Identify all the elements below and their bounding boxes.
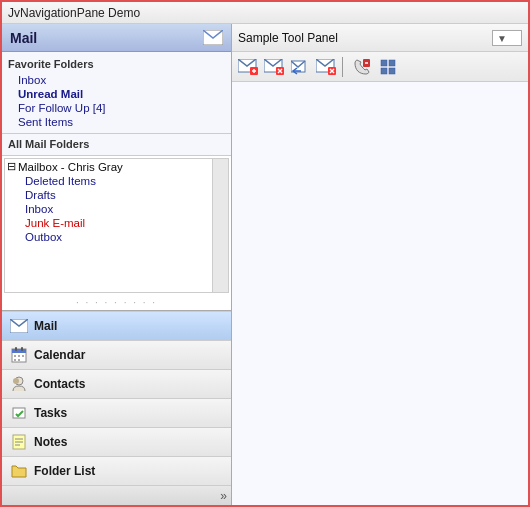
nav-btn-mail-label: Mail xyxy=(34,319,57,333)
nav-pane-title: Mail xyxy=(10,30,37,46)
tree-deleted-label: Deleted Items xyxy=(25,175,96,187)
expand-button[interactable]: » xyxy=(220,489,227,503)
fav-folder-sent[interactable]: Sent Items xyxy=(2,115,231,129)
favorites-label: Favorite Folders xyxy=(2,56,231,73)
nav-buttons: Mail xyxy=(2,310,231,485)
tb-btn-delete[interactable] xyxy=(262,56,286,78)
tb-btn-reply[interactable] xyxy=(288,56,312,78)
tree-inbox-label: Inbox xyxy=(25,203,53,215)
fav-folder-followup[interactable]: For Follow Up [4] xyxy=(2,101,231,115)
svg-rect-9 xyxy=(14,359,16,361)
tree-outbox-label: Outbox xyxy=(25,231,62,243)
tb-btn-newmail[interactable] xyxy=(236,56,260,78)
tree-outbox[interactable]: Outbox xyxy=(5,230,228,244)
tree-junk[interactable]: Junk E-mail xyxy=(5,216,228,230)
tb-btn-move[interactable] xyxy=(314,56,338,78)
fav-folder-unread-label: Unread Mail xyxy=(18,88,83,100)
toolbar-separator xyxy=(342,57,346,77)
nav-btn-calendar[interactable]: Calendar xyxy=(2,340,231,369)
svg-rect-5 xyxy=(21,347,23,351)
tree-inbox[interactable]: Inbox xyxy=(5,202,228,216)
nav-btn-folder-list-label: Folder List xyxy=(34,464,95,478)
main-area: Mail Favorite Folders Inbox Unread Mail xyxy=(2,24,528,505)
nav-btn-notes-label: Notes xyxy=(34,435,67,449)
nav-btn-notes[interactable]: Notes xyxy=(2,427,231,456)
tool-panel-title: Sample Tool Panel xyxy=(238,31,488,45)
svg-point-12 xyxy=(13,378,19,384)
nav-btn-tasks[interactable]: Tasks xyxy=(2,398,231,427)
folder-list-nav-icon xyxy=(10,462,28,480)
svg-rect-35 xyxy=(389,60,395,66)
fav-folder-followup-label: For Follow Up [4] xyxy=(18,102,106,114)
all-folders-section: All Mail Folders xyxy=(2,134,231,156)
svg-rect-8 xyxy=(22,355,24,357)
folder-tree: ⊟ Mailbox - Chris Gray Deleted Items Dra… xyxy=(4,158,229,293)
fav-folder-unread[interactable]: Unread Mail xyxy=(2,87,231,101)
nav-btn-contacts[interactable]: Contacts xyxy=(2,369,231,398)
nav-btn-folder-list[interactable]: Folder List xyxy=(2,456,231,485)
fav-folder-inbox-label: Inbox xyxy=(18,74,46,86)
svg-rect-37 xyxy=(389,68,395,74)
mail-nav-icon xyxy=(10,317,28,335)
svg-rect-34 xyxy=(381,60,387,66)
nav-btn-contacts-label: Contacts xyxy=(34,377,85,391)
svg-rect-4 xyxy=(15,347,17,351)
notes-nav-icon xyxy=(10,433,28,451)
tasks-nav-icon xyxy=(10,404,28,422)
nav-btn-calendar-label: Calendar xyxy=(34,348,85,362)
pane-divider: · · · · · · · · · xyxy=(2,295,231,310)
fav-folder-inbox[interactable]: Inbox xyxy=(2,73,231,87)
nav-btn-tasks-label: Tasks xyxy=(34,406,67,420)
nav-btn-mail[interactable]: Mail xyxy=(2,311,231,340)
tb-btn-phone[interactable] xyxy=(350,56,374,78)
tree-root[interactable]: ⊟ Mailbox - Chris Gray xyxy=(5,159,228,174)
svg-rect-3 xyxy=(12,349,26,353)
favorites-section: Favorite Folders Inbox Unread Mail For F… xyxy=(2,52,231,134)
nav-pane-header: Mail xyxy=(2,24,231,52)
svg-rect-7 xyxy=(18,355,20,357)
tree-deleted[interactable]: Deleted Items xyxy=(5,174,228,188)
tree-root-label: Mailbox - Chris Gray xyxy=(18,161,123,173)
tree-junk-label: Junk E-mail xyxy=(25,217,85,229)
toolbar xyxy=(232,52,528,82)
tool-panel-dropdown[interactable]: ▼ xyxy=(492,30,522,46)
nav-pane: Mail Favorite Folders Inbox Unread Mail xyxy=(2,24,232,505)
tree-scrollbar[interactable] xyxy=(212,159,228,292)
dropdown-arrow-icon: ▼ xyxy=(497,33,507,44)
tool-panel-header: Sample Tool Panel ▼ xyxy=(232,24,528,52)
tree-drafts-label: Drafts xyxy=(25,189,56,201)
svg-rect-6 xyxy=(14,355,16,357)
window-title: JvNavigationPane Demo xyxy=(8,6,140,20)
nav-bottom-bar: » xyxy=(2,485,231,505)
tb-btn-more[interactable] xyxy=(376,56,400,78)
title-bar: JvNavigationPane Demo xyxy=(2,2,528,24)
main-window: JvNavigationPane Demo Mail Favorite Fold… xyxy=(0,0,530,507)
all-folders-label: All Mail Folders xyxy=(2,136,231,153)
calendar-nav-icon xyxy=(10,346,28,364)
svg-rect-13 xyxy=(13,408,25,418)
svg-rect-36 xyxy=(381,68,387,74)
content-area xyxy=(232,82,528,505)
fav-folder-sent-label: Sent Items xyxy=(18,116,73,128)
mail-header-icon xyxy=(203,30,223,46)
tree-drafts[interactable]: Drafts xyxy=(5,188,228,202)
right-panel: Sample Tool Panel ▼ xyxy=(232,24,528,505)
contacts-nav-icon xyxy=(10,375,28,393)
svg-rect-10 xyxy=(18,359,20,361)
